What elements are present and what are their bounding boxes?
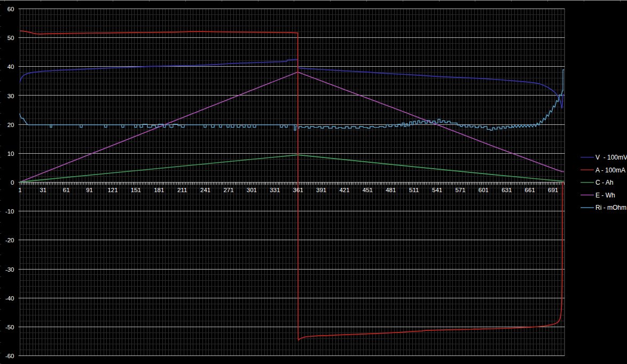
svg-text:10: 10	[7, 151, 14, 157]
svg-text:601: 601	[479, 187, 489, 193]
svg-text:Ri - mOhm: Ri - mOhm	[595, 204, 626, 211]
svg-text:20: 20	[7, 122, 14, 128]
svg-text:1: 1	[18, 187, 21, 193]
svg-text:691: 691	[548, 187, 558, 193]
svg-text:31: 31	[40, 187, 46, 193]
svg-text:0: 0	[11, 179, 14, 186]
svg-text:91: 91	[86, 187, 93, 193]
svg-text:E - Wh: E - Wh	[595, 192, 615, 199]
svg-text:421: 421	[339, 187, 349, 193]
svg-text:361: 361	[293, 187, 303, 193]
svg-text:A - 100mA: A - 100mA	[595, 167, 625, 174]
svg-text:451: 451	[363, 187, 373, 193]
svg-text:61: 61	[63, 187, 70, 193]
svg-text:541: 541	[432, 187, 442, 193]
svg-text:V - 100mV: V - 100mV	[595, 154, 627, 161]
svg-text:-60: -60	[5, 353, 14, 359]
svg-text:-40: -40	[5, 295, 14, 302]
svg-text:391: 391	[316, 187, 326, 193]
svg-text:271: 271	[223, 187, 233, 193]
svg-text:631: 631	[501, 187, 512, 193]
svg-text:-20: -20	[5, 237, 14, 243]
svg-text:60: 60	[7, 6, 14, 12]
svg-text:-30: -30	[5, 266, 14, 273]
svg-text:-50: -50	[5, 324, 14, 330]
svg-text:30: 30	[7, 93, 14, 99]
svg-text:661: 661	[525, 187, 535, 193]
svg-text:511: 511	[409, 187, 419, 193]
svg-text:301: 301	[247, 187, 257, 193]
svg-text:C - Ah: C - Ah	[595, 179, 613, 186]
svg-text:121: 121	[107, 187, 117, 193]
svg-text:50: 50	[7, 35, 14, 41]
svg-text:211: 211	[177, 187, 187, 193]
svg-text:-10: -10	[5, 208, 14, 215]
svg-text:571: 571	[455, 187, 465, 193]
svg-text:40: 40	[7, 64, 14, 70]
svg-text:481: 481	[386, 187, 396, 193]
svg-text:181: 181	[154, 187, 164, 193]
svg-text:241: 241	[200, 187, 210, 193]
svg-text:151: 151	[131, 187, 141, 193]
svg-text:331: 331	[270, 187, 280, 193]
